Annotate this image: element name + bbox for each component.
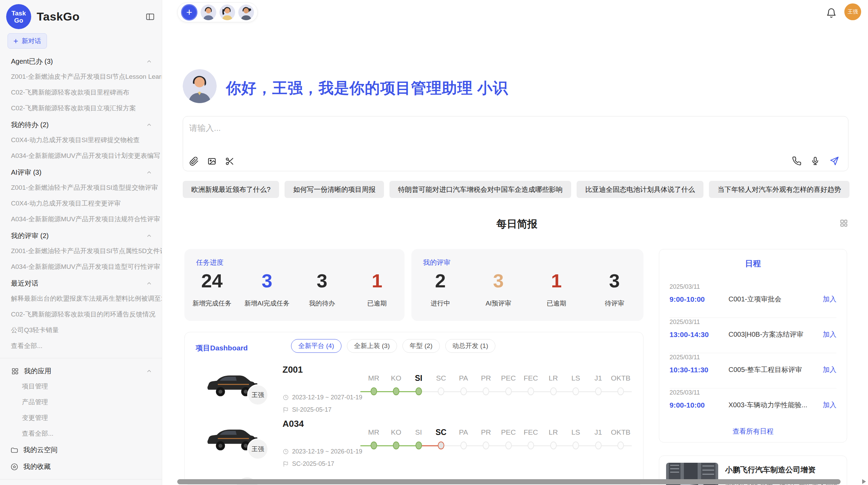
view-all-schedule-link[interactable]: 查看所有日程 (659, 427, 847, 436)
sidebar-item[interactable]: Z001-全新燃油轻卡产品开发项目SI造型提交物评审 (0, 180, 162, 196)
stat-value: 24 (184, 270, 240, 291)
sidebar-item[interactable]: A034-全新新能源MUV产品开发项目造型可行性评审 (0, 259, 162, 275)
sidebar-group-header[interactable]: AI评审 (3) (0, 164, 162, 180)
milestone-dot (415, 387, 422, 395)
horizontal-scrollbar-thumb[interactable] (177, 479, 841, 484)
sidebar-group: Agent已办 (3) Z001-全新燃油皮卡产品开发项目SI节点Lesson … (0, 53, 162, 116)
scrollbar-right-arrow-icon[interactable] (862, 479, 866, 484)
image-icon[interactable] (207, 157, 217, 166)
sidebar-group: AI评审 (3) Z001-全新燃油轻卡产品开发项目SI造型提交物评审 C0X4… (0, 164, 162, 227)
event-date: 2025/03/11 (670, 283, 836, 290)
milestone: PA (452, 373, 475, 395)
recent-chat-item[interactable]: 公司Q3轻卡销量 (0, 322, 162, 338)
dashboard-tab[interactable]: 动总开发 (1) (445, 339, 496, 353)
milestone: PR (475, 427, 497, 449)
sidebar-shortcut[interactable]: 我的收藏 (0, 458, 162, 475)
milestone-label: OKTB (610, 373, 632, 383)
sidebar-item[interactable]: A034-全新新能源MUV产品开发项目法规符合性评审 (0, 211, 162, 227)
event-time: 10:30-11:30 (670, 366, 728, 374)
suggestion-chip[interactable]: 特朗普可能对进口汽车增税会对中国车企造成哪些影响 (389, 181, 571, 198)
sidebar-item[interactable]: C02-飞腾新能源轻客改款项目里程碑画布 (0, 85, 162, 100)
event-join-link[interactable]: 加入 (823, 400, 836, 410)
dashboard-tab[interactable]: 年型 (2) (402, 339, 440, 353)
app-logo: Task Go (6, 4, 31, 29)
recent-chat-item[interactable]: 解释最新出台的欧盟报废车法规再生塑料比例被调至15%... (0, 291, 162, 307)
project-date-range: 2023-12-19 ~ 2026-01-19 (292, 448, 362, 455)
clock-icon (282, 448, 289, 455)
milestone-dot (460, 387, 467, 395)
stat-row: 24 新增完成任务 3 新增AI完成任务 3 我的待办 (184, 270, 405, 308)
suggestion-chip[interactable]: 如何写一份清晰的项目周报 (285, 181, 384, 198)
event-date: 2025/03/11 (670, 388, 836, 396)
dashboard-tab[interactable]: 全新平台 (4) (291, 339, 341, 353)
stat-card-title: 我的评审 (423, 258, 450, 267)
agent-avatars (201, 4, 254, 20)
notification-bell-icon[interactable] (826, 8, 837, 18)
sidebar-collapse-icon[interactable] (145, 12, 155, 22)
event-join-link[interactable]: 加入 (823, 295, 836, 304)
agent-avatar[interactable] (238, 4, 254, 20)
my-apps-item[interactable]: 变更管理 (0, 410, 162, 426)
sidebar-group-title: 我的评审 (2) (11, 231, 49, 240)
schedule-event: 2025/03/11 9:00-10:00 C001-立项审批会 加入 (659, 283, 847, 318)
recent-chats-header[interactable]: 最近对话 (0, 275, 162, 291)
sidebar-header: Task Go TaskGo (0, 0, 162, 33)
sidebar-group-header[interactable]: Agent已办 (3) (0, 53, 162, 69)
sidebar-item[interactable]: C0X4-动力总成开发项目工程变更评审 (0, 196, 162, 211)
project-milestone-note: SC-2025-05-17 (292, 460, 334, 468)
my-apps-item[interactable]: 项目管理 (0, 378, 162, 394)
sidebar-item[interactable]: Z001-全新燃油皮卡产品开发项目SI节点Lesson Learn报告 (0, 69, 162, 85)
my-apps-item[interactable]: 产品管理 (0, 394, 162, 410)
clock-icon (282, 394, 289, 401)
project-row[interactable]: 王强 Z001 2023-12-19 ~ 2027-01-19 SI-2025-… (185, 364, 643, 418)
attachment-icon[interactable] (189, 157, 199, 166)
event-time: 13:00-14:30 (670, 331, 728, 339)
project-row[interactable]: 王强 A034 2023-12-19 ~ 2026-01-19 SC-2025-… (185, 418, 643, 472)
schedule-title: 日程 (659, 258, 847, 269)
new-chat-button[interactable]: + 新对话 (8, 33, 47, 49)
phone-icon[interactable] (792, 156, 801, 166)
milestone-dot (438, 442, 444, 449)
suggestion-chips: 欧洲新规最近颁布了什么? 如何写一份清晰的项目周报 特朗普可能对进口汽车增税会对… (183, 181, 849, 198)
suggestion-chip[interactable]: 当下年轻人对汽车外观有怎样的喜好趋势 (709, 181, 849, 198)
logo-text-bottom: Go (14, 17, 23, 24)
agent-avatar[interactable] (219, 4, 235, 20)
user-avatar[interactable]: 王强 (844, 3, 861, 20)
app-title: TaskGo (37, 10, 80, 23)
scissors-icon[interactable] (225, 157, 234, 166)
stat: 3 待评审 (586, 270, 643, 308)
sidebar-shortcut[interactable]: 我的云空间 (0, 442, 162, 458)
my-apps-header[interactable]: 我的应用 (0, 362, 162, 378)
sidebar-tool[interactable]: AI超级员工 (0, 484, 162, 485)
message-input[interactable] (189, 121, 703, 135)
dashboard-tab[interactable]: 全新上装 (3) (347, 339, 397, 353)
sidebar-item[interactable]: A034-全新新能源MUV产品开发项目计划变更表编写 (0, 148, 162, 164)
suggestion-chip[interactable]: 欧洲新规最近颁布了什么? (183, 181, 279, 198)
flag-icon (282, 461, 289, 467)
milestone-label: SI (407, 373, 430, 383)
recent-chat-item[interactable]: C02-飞腾新能源轻客改款项目的闭环通告反馈情况 (0, 307, 162, 322)
recent-chats-view-all[interactable]: 查看全部... (0, 338, 162, 354)
sidebar-group-header[interactable]: 我的评审 (2) (0, 227, 162, 243)
sidebar-item[interactable]: Z001-全新燃油轻卡产品开发项目SI节点属性5D文件评审 (0, 243, 162, 259)
my-apps-view-all[interactable]: 查看全部... (0, 426, 162, 442)
stat: 24 新增完成任务 (184, 270, 240, 308)
send-icon[interactable] (829, 156, 839, 166)
event-date: 2025/03/11 (670, 353, 836, 361)
microphone-icon[interactable] (810, 156, 820, 166)
event-join-link[interactable]: 加入 (823, 330, 836, 339)
schedule-event: 2025/03/11 9:00-10:00 X003-车辆动力学性能验... 加… (659, 388, 847, 424)
event-join-link[interactable]: 加入 (823, 365, 836, 374)
layout-grid-icon[interactable] (839, 219, 848, 228)
milestone-label: OKTB (610, 427, 632, 437)
sidebar-item[interactable]: C0X4-动力总成开发项目SI里程碑提交物检查 (0, 132, 162, 148)
flag-icon (282, 407, 289, 413)
assistant-avatar (183, 69, 217, 103)
project-date-range: 2023-12-19 ~ 2027-01-19 (292, 394, 362, 401)
suggestion-chip[interactable]: 比亚迪全固态电池计划具体说了什么 (577, 181, 703, 198)
sidebar-group-header[interactable]: 我的待办 (2) (0, 116, 162, 132)
add-agent-button[interactable]: + (181, 4, 197, 21)
milestone-dot (505, 442, 512, 449)
sidebar-item[interactable]: C02-飞腾新能源轻客改款项目立项汇报方案 (0, 100, 162, 116)
agent-avatar[interactable] (201, 4, 216, 20)
